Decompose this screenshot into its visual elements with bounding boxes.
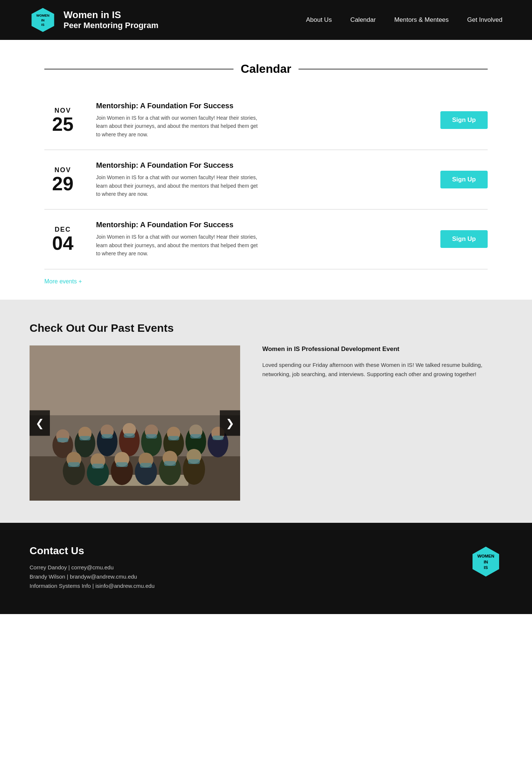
nav-get-involved[interactable]: Get Involved	[467, 16, 502, 24]
carousel-image	[30, 345, 240, 501]
event-date-2: NOV 29	[44, 166, 81, 193]
svg-point-13	[97, 427, 117, 456]
past-events-content: ❮	[30, 345, 502, 501]
svg-point-20	[167, 427, 180, 440]
svg-point-27	[87, 460, 109, 486]
svg-point-9	[52, 432, 73, 458]
contact-3: Information Systems Info | isinfo@andrew…	[30, 583, 154, 589]
svg-rect-44	[212, 436, 224, 440]
event-row: NOV 25 Mentorship: A Foundation For Succ…	[44, 91, 488, 150]
site-header: WOMEN IN IS Women in IS Peer Mentoring P…	[0, 0, 532, 40]
event-row: NOV 29 Mentorship: A Foundation For Succ…	[44, 150, 488, 209]
svg-rect-47	[116, 462, 128, 467]
contact-1: Correy Dandoy | correy@cmu.edu	[30, 564, 154, 570]
svg-rect-37	[57, 438, 68, 442]
svg-point-16	[123, 423, 136, 436]
svg-point-36	[187, 449, 201, 464]
more-events-link[interactable]: More events +	[44, 278, 82, 285]
event-row: DEC 04 Mentorship: A Foundation For Succ…	[44, 209, 488, 269]
event-details-2: Mentorship: A Foundation For Success Joi…	[96, 161, 426, 198]
svg-text:WOMEN: WOMEN	[477, 553, 494, 558]
svg-point-31	[135, 459, 157, 485]
header-title: Women in IS Peer Mentoring Program	[64, 9, 158, 31]
svg-text:IS: IS	[484, 565, 488, 569]
svg-point-15	[119, 425, 140, 456]
site-footer: Contact Us Correy Dandoy | correy@cmu.ed…	[0, 523, 532, 614]
svg-rect-49	[164, 461, 176, 466]
header-left: WOMEN IN IS Women in IS Peer Mentoring P…	[30, 7, 158, 33]
svg-point-12	[78, 427, 92, 440]
svg-point-29	[111, 457, 133, 485]
contact-2: Brandy Wilson | brandyw@andrew.cmu.edu	[30, 573, 154, 580]
event-date-1: NOV 25	[44, 107, 81, 134]
svg-rect-38	[79, 436, 91, 440]
svg-point-32	[139, 453, 153, 467]
past-event-description: Loved spending our Friday afternoon with…	[262, 360, 502, 379]
past-events-title: Check Out Our Past Events	[30, 322, 502, 334]
past-event-title: Women in IS Professional Development Eve…	[262, 345, 502, 353]
svg-rect-39	[102, 434, 113, 439]
svg-rect-41	[146, 434, 157, 439]
event-date-3: DEC 04	[44, 226, 81, 253]
org-name: Women in IS	[64, 9, 158, 21]
svg-point-35	[183, 454, 205, 485]
program-name: Peer Mentoring Program	[64, 21, 158, 30]
svg-rect-7	[30, 456, 240, 501]
svg-rect-50	[188, 459, 200, 464]
svg-rect-46	[92, 464, 104, 468]
svg-point-26	[66, 452, 81, 467]
svg-rect-48	[140, 463, 152, 468]
svg-point-33	[159, 456, 181, 485]
nav-mentors-mentees[interactable]: Mentors & Mentees	[394, 16, 449, 24]
svg-text:IN: IN	[484, 559, 488, 564]
svg-text:IS: IS	[41, 23, 45, 27]
logo-icon: WOMEN IN IS	[30, 7, 56, 33]
event-details-3: Mentorship: A Foundation For Success Joi…	[96, 221, 426, 258]
footer-logo-icon: WOMEN IN IS	[469, 545, 502, 578]
svg-rect-40	[124, 433, 135, 438]
calendar-section: Calendar NOV 25 Mentorship: A Foundation…	[0, 40, 532, 300]
svg-text:WOMEN: WOMEN	[36, 14, 50, 17]
svg-point-30	[115, 452, 129, 467]
svg-rect-6	[30, 345, 240, 456]
nav-calendar[interactable]: Calendar	[350, 16, 376, 24]
svg-text:IN: IN	[41, 18, 45, 22]
svg-point-10	[56, 429, 69, 443]
svg-point-22	[189, 425, 202, 438]
signup-button-1[interactable]: Sign Up	[440, 111, 488, 129]
event-description: Women in IS Professional Development Eve…	[262, 345, 502, 379]
calendar-title: Calendar	[44, 62, 488, 76]
signup-button-2[interactable]: Sign Up	[440, 171, 488, 188]
group-photo-svg	[30, 345, 240, 501]
svg-point-28	[91, 453, 105, 468]
svg-point-21	[185, 427, 206, 456]
svg-point-14	[100, 425, 114, 438]
carousel: ❮	[30, 345, 240, 501]
main-nav: About Us Calendar Mentors & Mentees Get …	[306, 16, 502, 24]
svg-point-25	[63, 457, 85, 485]
nav-about-us[interactable]: About Us	[306, 16, 332, 24]
svg-point-11	[75, 429, 95, 457]
carousel-next-button[interactable]: ❯	[220, 410, 240, 436]
past-events-section: Check Out Our Past Events ❮	[0, 300, 532, 523]
svg-rect-8	[96, 475, 188, 486]
svg-point-19	[163, 429, 184, 457]
svg-point-18	[145, 425, 158, 438]
event-details-1: Mentorship: A Foundation For Success Joi…	[96, 102, 426, 139]
svg-point-17	[141, 427, 162, 456]
svg-rect-43	[190, 434, 201, 439]
svg-rect-45	[68, 462, 80, 467]
carousel-prev-button[interactable]: ❮	[30, 410, 50, 436]
signup-button-3[interactable]: Sign Up	[440, 230, 488, 248]
svg-rect-42	[168, 436, 179, 440]
contact-title: Contact Us	[30, 545, 154, 557]
carousel-image-inner	[30, 345, 240, 501]
footer-contact: Contact Us Correy Dandoy | correy@cmu.ed…	[30, 545, 154, 592]
svg-point-34	[163, 451, 177, 466]
